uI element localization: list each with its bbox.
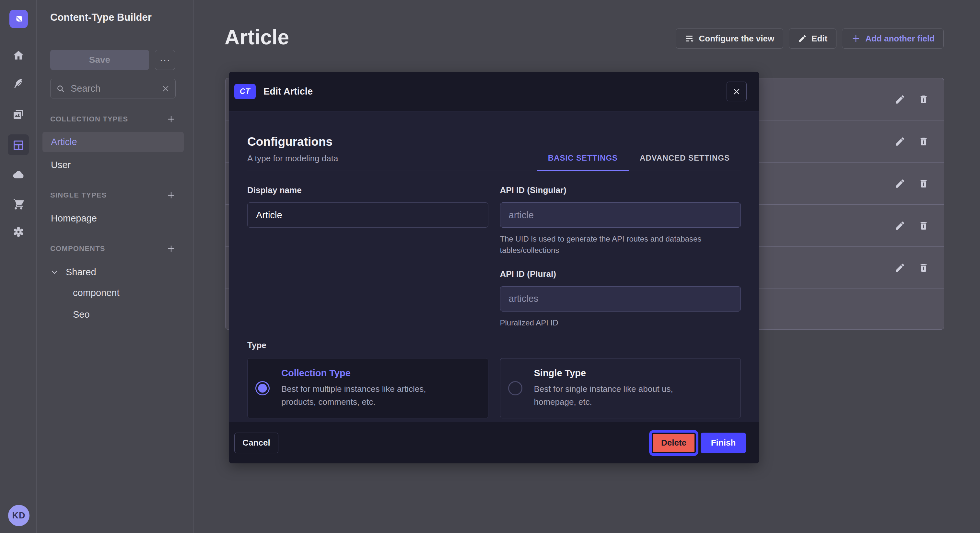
user-avatar[interactable]: KD [8, 505, 30, 526]
type-options: Collection Type Best for multiple instan… [247, 358, 741, 418]
trash-icon[interactable] [918, 263, 929, 273]
configure-view-label: Configure the view [699, 34, 775, 44]
api-id-plural-hint: Pluralized API ID [500, 317, 714, 329]
trash-icon[interactable] [918, 178, 929, 189]
api-id-plural-group: API ID (Plural) Pluralized API ID [500, 269, 741, 329]
sidebar-item-homepage[interactable]: Homepage [43, 209, 184, 228]
single-type-radio[interactable] [508, 381, 522, 395]
nav-rail: KD [0, 0, 37, 533]
pencil-icon[interactable] [894, 94, 905, 105]
plugin-title: Content-Type Builder [50, 12, 152, 23]
add-field-label: Add another field [865, 34, 935, 44]
sidebar-item-article[interactable]: Article [43, 132, 184, 152]
search-field[interactable] [50, 79, 176, 98]
single-type-desc: Best for single instance like about us, … [534, 382, 716, 409]
clear-search-icon[interactable] [162, 85, 170, 93]
section-components: COMPONENTS [50, 241, 176, 256]
configuration-form: Display name API ID (Singular) The UID i… [247, 185, 741, 328]
pencil-icon [798, 34, 807, 43]
close-icon [732, 87, 741, 96]
display-name-group: Display name [247, 185, 488, 328]
pencil-icon[interactable] [894, 136, 905, 147]
pencil-icon[interactable] [894, 178, 905, 189]
search-icon [56, 84, 65, 93]
display-name-input[interactable] [247, 202, 488, 228]
sidebar-item-component[interactable]: component [73, 283, 119, 302]
delete-button[interactable]: Delete [652, 433, 696, 453]
collection-type-card[interactable]: Collection Type Best for multiple instan… [247, 358, 488, 418]
sidebar-item-seo[interactable]: Seo [73, 305, 90, 324]
edit-button[interactable]: Edit [789, 29, 837, 49]
edit-label: Edit [811, 34, 827, 44]
section-label: SINGLE TYPES [50, 191, 107, 200]
app-screen: KD Content-Type Builder Save ··· COLLECT… [0, 0, 980, 533]
configurations-header: Configurations A type for modeling data … [247, 135, 741, 171]
page-actions: Configure the view Edit Add another fiel… [676, 29, 944, 49]
configure-lines-icon [685, 34, 695, 43]
trash-icon[interactable] [918, 136, 929, 147]
collection-type-title: Collection Type [281, 368, 463, 379]
marketplace-cart-icon[interactable] [0, 198, 37, 211]
collection-type-desc: Best for multiple instances like article… [281, 382, 463, 409]
plus-icon [851, 34, 861, 43]
api-id-singular-input[interactable] [500, 202, 741, 228]
single-type-title: Single Type [534, 368, 716, 379]
media-library-icon[interactable] [0, 108, 37, 121]
api-id-singular-hint: The UID is used to generate the API rout… [500, 233, 714, 256]
sidebar-item-user[interactable]: User [43, 155, 184, 174]
add-component-icon[interactable] [167, 244, 176, 253]
tab-basic-settings[interactable]: BASIC SETTINGS [537, 154, 629, 171]
cloud-icon[interactable] [0, 168, 37, 182]
modal-body: Configurations A type for modeling data … [229, 111, 759, 422]
add-collection-type-icon[interactable] [167, 115, 176, 124]
settings-tabs: BASIC SETTINGS ADVANCED SETTINGS [537, 154, 741, 171]
content-manager-icon[interactable] [0, 78, 37, 90]
more-options-button[interactable]: ··· [155, 50, 175, 70]
modal-footer: Cancel Delete Finish [229, 422, 759, 463]
add-single-type-icon[interactable] [167, 191, 176, 200]
plugin-sidebar: Content-Type Builder Save ··· COLLECTION… [37, 0, 194, 533]
home-icon[interactable] [0, 49, 37, 62]
modal-header: CT Edit Article [229, 72, 759, 111]
configurations-heading: Configurations [247, 135, 338, 149]
api-id-column: API ID (Singular) The UID is used to gen… [500, 185, 741, 328]
type-section-label: Type [247, 340, 741, 351]
settings-gear-icon[interactable] [0, 225, 37, 238]
finish-button[interactable]: Finish [701, 433, 746, 453]
api-id-plural-label: API ID (Plural) [500, 269, 741, 279]
trash-icon[interactable] [918, 220, 929, 231]
save-button[interactable]: Save [50, 50, 149, 70]
section-label: COLLECTION TYPES [50, 115, 128, 124]
tab-advanced-settings[interactable]: ADVANCED SETTINGS [629, 154, 741, 171]
configure-view-button[interactable]: Configure the view [676, 29, 784, 49]
api-id-singular-group: API ID (Singular) The UID is used to gen… [500, 185, 741, 256]
section-label: COMPONENTS [50, 244, 105, 253]
api-id-singular-label: API ID (Singular) [500, 185, 741, 195]
page-title: Article [224, 25, 289, 49]
content-type-builder-icon[interactable] [0, 139, 37, 152]
api-id-plural-input[interactable] [500, 286, 741, 311]
pencil-icon[interactable] [894, 220, 905, 231]
trash-icon[interactable] [918, 94, 929, 105]
group-label: Shared [66, 267, 96, 278]
modal-title: Edit Article [264, 86, 719, 97]
collection-type-radio[interactable] [255, 381, 270, 395]
section-collection-types: COLLECTION TYPES [50, 112, 176, 126]
cancel-button[interactable]: Cancel [234, 433, 278, 453]
section-single-types: SINGLE TYPES [50, 188, 176, 202]
close-modal-button[interactable] [727, 82, 747, 102]
single-type-card[interactable]: Single Type Best for single instance lik… [500, 358, 741, 418]
display-name-label: Display name [247, 185, 488, 195]
configurations-subheading: A type for modeling data [247, 154, 338, 163]
sidebar-group-shared[interactable]: Shared [50, 263, 96, 281]
strapi-logo-icon[interactable] [10, 10, 28, 28]
pencil-icon[interactable] [894, 262, 905, 273]
content-type-badge: CT [234, 84, 256, 99]
footer-right-buttons: Delete Finish [652, 433, 746, 453]
search-input[interactable] [70, 83, 156, 94]
chevron-down-icon [50, 268, 59, 276]
edit-article-modal: CT Edit Article Configurations A type fo… [229, 72, 759, 463]
add-another-field-button[interactable]: Add another field [842, 29, 944, 49]
